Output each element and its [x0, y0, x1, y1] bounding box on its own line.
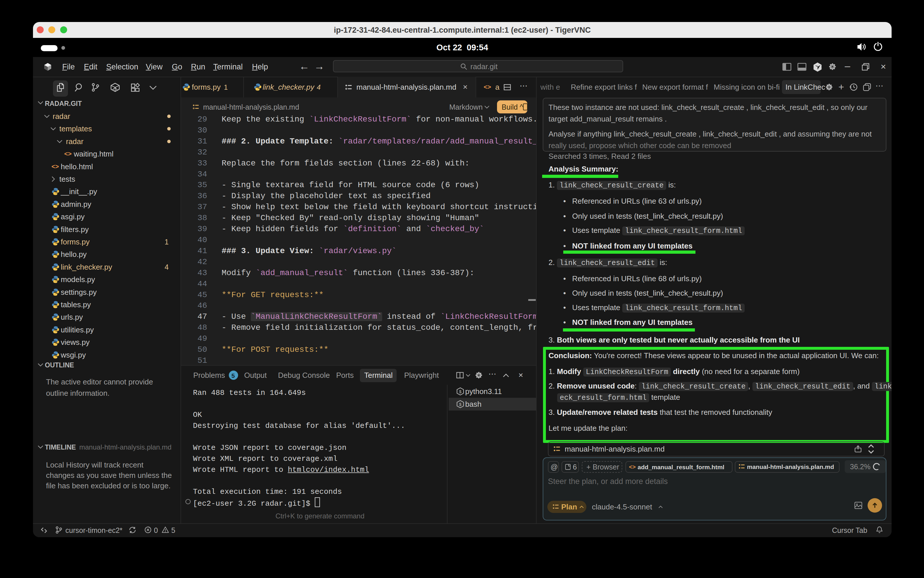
- svg-text:$: $: [459, 389, 462, 394]
- svg-text:$: $: [459, 402, 462, 407]
